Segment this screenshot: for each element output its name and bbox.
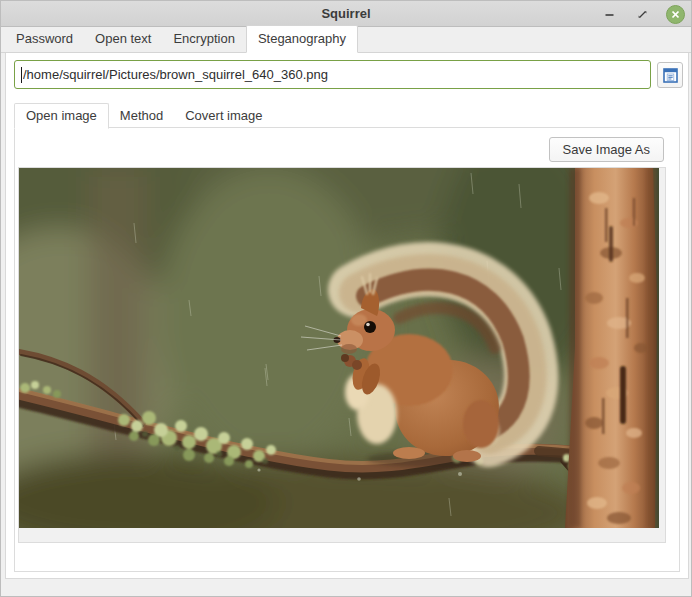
image-tab-bar: Open image Method Covert image [14,103,274,128]
tab-method[interactable]: Method [109,104,174,128]
minimize-icon[interactable] [600,5,619,24]
steganography-page: /home/squirrel/Pictures/brown_squirrel_6… [5,53,689,579]
window-controls [600,1,685,27]
close-icon[interactable] [666,5,685,24]
pine-trunk [565,168,657,528]
text-caret [21,67,22,83]
tab-covert-image[interactable]: Covert image [174,104,273,128]
restore-icon[interactable] [633,5,652,24]
window-title: Squirrel [1,6,691,21]
open-image-panel: Save Image As [14,127,680,572]
tab-steganography[interactable]: Steganography [246,25,358,53]
tab-encryption[interactable]: Encryption [162,26,245,52]
squirrel-photo [19,168,659,528]
file-path-value: /home/squirrel/Pictures/brown_squirrel_6… [23,67,328,82]
tab-open-image[interactable]: Open image [14,103,109,129]
tab-open-text[interactable]: Open text [84,26,162,52]
browse-file-button[interactable] [657,62,683,88]
image-viewport [18,167,666,543]
tab-password[interactable]: Password [5,26,84,52]
file-path-input[interactable]: /home/squirrel/Pictures/brown_squirrel_6… [14,60,651,89]
titlebar: Squirrel [1,1,691,27]
app-window: Squirrel Password Open text [0,0,692,597]
file-preview-icon [662,67,679,84]
save-image-as-button[interactable]: Save Image As [549,137,664,162]
main-tab-bar: Password Open text Encryption Steganogra… [1,27,691,53]
